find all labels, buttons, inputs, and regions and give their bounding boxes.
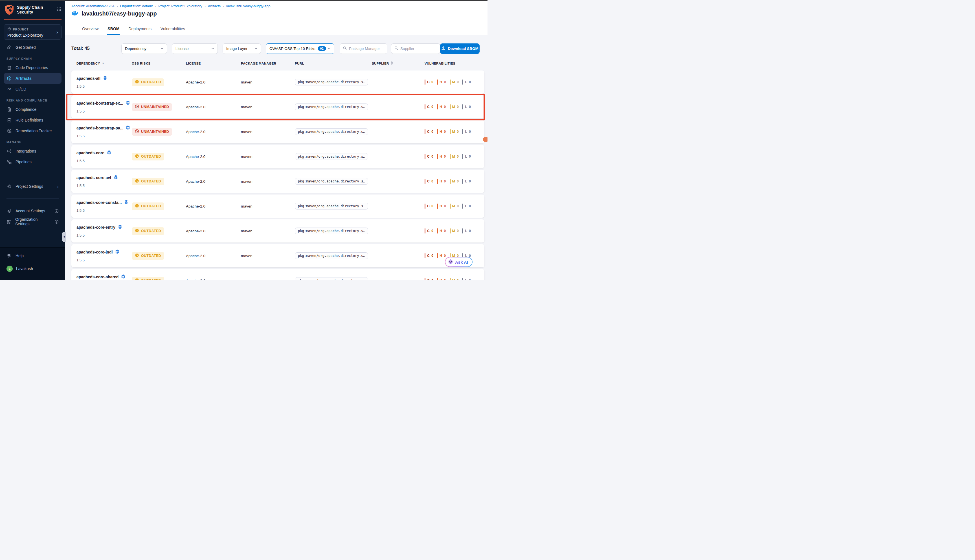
license-value: Apache-2.0 [186, 179, 241, 183]
vulnerability-counts: C 0 H 0 M 0 L 0 [424, 278, 484, 280]
breadcrumb-separator: › [153, 4, 158, 8]
sidebar-item-artifacts[interactable]: Artifacts [4, 73, 62, 84]
table-row-apacheds-core-avl[interactable]: apacheds-core-avl 1.5.5 OUTDATED Apache-… [72, 170, 484, 193]
table-row-apacheds-core[interactable]: apacheds-core 1.5.5 OUTDATED Apache-2.0 … [72, 145, 484, 168]
project-selector[interactable]: PROJECT Product Exploratory › [4, 24, 62, 40]
purl-chip[interactable]: pkg:maven/org.apache.directory.s… [295, 79, 368, 85]
purl-chip[interactable]: pkg:maven/org.apache.directory.s… [295, 228, 368, 234]
vulnerability-count-low: L 0 [462, 104, 471, 109]
severity-bar [437, 228, 438, 233]
sidebar-item-integrations[interactable]: Integrations [4, 146, 62, 157]
clock-icon [135, 154, 139, 159]
vulnerability-counts: C 0 H 0 M 0 L 0 [424, 154, 484, 159]
user-menu[interactable]: L Lavakush [4, 263, 62, 274]
module-grid-icon[interactable] [57, 7, 61, 12]
vulnerability-count-medium: M 0 [450, 179, 459, 184]
tab-sbom[interactable]: SBOM [107, 24, 120, 35]
sidebar-item-organization-settings[interactable]: Organization Settings [4, 216, 62, 227]
org-gear-icon [7, 219, 12, 224]
vulnerability-count-medium: M 0 [450, 129, 459, 134]
vulnerability-count-high: H 0 [437, 203, 446, 209]
table-row-apacheds-core-jndi[interactable]: apacheds-core-jndi 1.5.5 OUTDATED Apache… [72, 244, 484, 267]
download-icon [441, 46, 446, 51]
sidebar-item-compliance[interactable]: Compliance [4, 104, 62, 115]
page-header: Account: Automation-SSCA›Organization: d… [65, 1, 488, 35]
purl-chip[interactable]: pkg:maven/org.apache.directory.s… [295, 178, 368, 185]
table-row-apacheds-all[interactable]: apacheds-all 1.5.5 OUTDATED Apache-2.0 m… [72, 70, 484, 93]
sidebar-item-account-settings[interactable]: Account Settings [4, 205, 62, 216]
ask-ai-button[interactable]: Ask AI [445, 257, 472, 267]
download-sbom-button[interactable]: Download SBOM [440, 43, 479, 54]
sidebar-item-help[interactable]: ? Help [4, 250, 62, 261]
license-value: Apache-2.0 [186, 130, 241, 134]
filter-dependency[interactable]: Dependency [121, 43, 167, 54]
dependency-name: apacheds-core-avl [77, 175, 111, 180]
dependency-version: 1.5.5 [77, 233, 132, 237]
image-layers-icon [103, 75, 107, 81]
vulnerability-counts: C 0 H 0 M 0 L 0 [424, 203, 484, 209]
image-layers-icon [115, 249, 120, 255]
sidebar-item-ci-cd[interactable]: ∞ CI/CD [4, 84, 62, 95]
sidebar-divider [7, 198, 59, 199]
help-label: Help [15, 253, 24, 258]
clock-icon [135, 80, 139, 85]
purl-chip[interactable]: pkg:maven/org.apache.directory.s… [295, 103, 368, 110]
purl-chip[interactable]: pkg:maven/org.apache.directory.s… [295, 128, 368, 135]
table-row-apacheds-core-consta[interactable]: apacheds-core-consta... 1.5.5 OUTDATED A… [72, 195, 484, 218]
breadcrumb-link-organization-default[interactable]: Organization: default [120, 4, 153, 8]
sort-desc-icon: ▼ [102, 62, 104, 65]
image-layers-icon [114, 175, 118, 180]
package-manager-input[interactable] [349, 47, 384, 51]
breadcrumb-link-project-product-exploratory[interactable]: Project: Product Exploratory [158, 4, 202, 8]
dependency-name: apacheds-bootstrap-pa... [77, 126, 123, 130]
severity-bar [424, 179, 426, 184]
sidebar-item-code-repositories[interactable]: Code Repositories [4, 62, 62, 73]
ban-wrench-icon [135, 129, 139, 134]
user-name: Lavakush [16, 267, 33, 271]
oss-risk-badge: OUTDATED [132, 153, 164, 160]
breadcrumb-separator: › [202, 4, 208, 8]
tab-deployments[interactable]: Deployments [128, 24, 152, 35]
vulnerability-count-medium: M 0 [450, 278, 459, 280]
vulnerability-count-high: H 0 [437, 104, 446, 109]
vulnerability-count-medium: M 0 [450, 203, 459, 209]
severity-bar [450, 104, 451, 109]
sidebar-item-project-settings[interactable]: Project Settings › [4, 181, 62, 192]
filter-owasp-oss-top-10-risks[interactable]: OWASP OSS Top 10 Risks02 [266, 43, 334, 54]
search-icon [343, 46, 347, 51]
column-supplier[interactable]: SUPPLIER [372, 61, 424, 65]
table-row-apacheds-core-shared[interactable]: apacheds-core-shared 1.5.5 OUTDATED Apac… [72, 269, 484, 280]
purl-chip[interactable]: pkg:maven/org.apache.directory.s… [295, 252, 368, 259]
breadcrumb-separator: › [115, 4, 120, 8]
image-layers-icon [125, 125, 130, 131]
table-row-apacheds-core-entry[interactable]: apacheds-core-entry 1.5.5 OUTDATED Apach… [72, 219, 484, 242]
sidebar-item-rule-definitions[interactable]: Rule Definitions [4, 115, 62, 125]
purl-chip[interactable]: pkg:maven/org.apache.directory.s… [295, 153, 368, 160]
edge-notification-dot[interactable] [483, 137, 488, 142]
filter-image-layer[interactable]: Image Layer [223, 43, 261, 54]
table-row-apacheds-bootstrap-ex[interactable]: apacheds-bootstrap-ex... 1.5.5 UNMAINTAI… [72, 95, 484, 118]
filter-license[interactable]: License [172, 43, 218, 54]
sidebar-nav: Get Started SUPPLY CHAIN Code Repositori… [0, 40, 65, 227]
chevron-down-icon [211, 48, 214, 49]
purl-chip[interactable]: pkg:maven/org.apache.directory.s… [295, 203, 368, 210]
package-manager-value: maven [241, 105, 295, 109]
purl-chip[interactable]: pkg:maven/org.apache.directory.s… [295, 277, 368, 280]
table-row-apacheds-bootstrap-pa[interactable]: apacheds-bootstrap-pa... 1.5.5 UNMAINTAI… [72, 120, 484, 143]
tab-vulnerabilities[interactable]: Vulnerabilities [160, 24, 185, 35]
breadcrumb-link-lavakush07-easy-buggy-app[interactable]: lavakush07/easy-buggy-app [226, 4, 270, 8]
column-dependency[interactable]: DEPENDENCY▼ [72, 61, 132, 65]
supplier-input[interactable] [400, 47, 437, 51]
package-manager-value: maven [241, 278, 295, 280]
sidebar-item-get-started[interactable]: Get Started [4, 42, 62, 53]
sidebar-collapse-handle[interactable]: ◀ [62, 232, 66, 242]
vulnerability-count-critical: C 0 [424, 253, 433, 258]
sidebar-item-pipelines[interactable]: Pipelines [4, 157, 62, 167]
severity-bar [462, 228, 463, 233]
breadcrumb-link-artifacts[interactable]: Artifacts [208, 4, 220, 8]
breadcrumb-link-account-automation-ssca[interactable]: Account: Automation-SSCA [72, 4, 115, 8]
info-icon [55, 209, 59, 213]
tab-overview[interactable]: Overview [82, 24, 99, 35]
docker-icon [72, 10, 79, 17]
sidebar-item-remediation-tracker[interactable]: Remediation Tracker [4, 125, 62, 136]
